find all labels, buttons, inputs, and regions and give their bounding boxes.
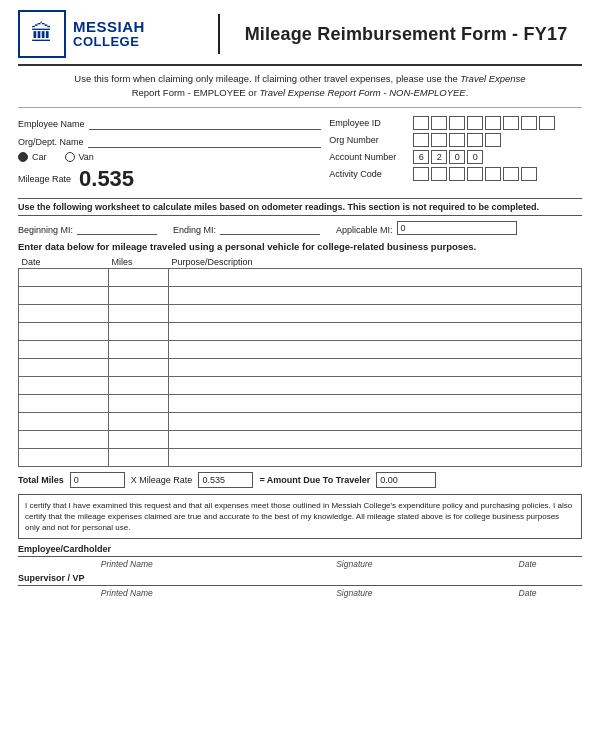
desc-cell-9[interactable] [169,430,582,448]
miles-cell-8[interactable] [109,412,169,430]
org-number-box-5[interactable] [485,133,501,147]
miles-cell-9[interactable] [109,430,169,448]
employee-name-label: Employee Name [18,119,85,130]
signature-section-0: Employee/Cardholder Printed Name Signatu… [18,544,582,569]
activity-code-box-3[interactable] [449,167,465,181]
employee-id-box-4[interactable] [467,116,483,130]
activity-code-box-1[interactable] [413,167,429,181]
desc-cell-4[interactable] [169,340,582,358]
miles-cell-3[interactable] [109,322,169,340]
employee-id-box-5[interactable] [485,116,501,130]
desc-cell-0[interactable] [169,268,582,286]
org-number-box-3[interactable] [449,133,465,147]
applicable-mi-field: Applicable MI: 0 [336,221,517,235]
desc-cell-10[interactable] [169,448,582,466]
desc-cell-7[interactable] [169,394,582,412]
miles-cell-6[interactable] [109,376,169,394]
date-cell-3[interactable] [19,322,109,340]
miles-cell-4[interactable] [109,340,169,358]
miles-cell-1[interactable] [109,286,169,304]
instructions-link2: Travel Expense Report Form - NON-EMPLOYE… [259,87,465,98]
org-dept-input[interactable] [88,134,322,148]
signature-col-1: Signature [246,588,464,598]
date-cell-4[interactable] [19,340,109,358]
desc-cell-5[interactable] [169,358,582,376]
desc-cell-6[interactable] [169,376,582,394]
employee-id-box-6[interactable] [503,116,519,130]
table-row [19,286,582,304]
applicable-mi-label: Applicable MI: [336,225,393,235]
activity-code-box-7[interactable] [521,167,537,181]
org-number-label: Org Number [329,135,409,145]
desc-cell-2[interactable] [169,304,582,322]
org-number-box-4[interactable] [467,133,483,147]
desc-cell-1[interactable] [169,286,582,304]
date-cell-7[interactable] [19,394,109,412]
applicable-mi-input[interactable]: 0 [397,221,517,235]
activity-code-box-2[interactable] [431,167,447,181]
activity-code-row: Activity Code [329,167,582,181]
col-miles-header: Miles [109,256,169,269]
employee-id-boxes [413,116,555,130]
van-label: Van [79,152,94,162]
date-cell-2[interactable] [19,304,109,322]
employee-id-box-7[interactable] [521,116,537,130]
activity-code-box-5[interactable] [485,167,501,181]
date-cell-10[interactable] [19,448,109,466]
desc-cell-8[interactable] [169,412,582,430]
employee-id-box-3[interactable] [449,116,465,130]
page: 🏛 MESSIAH COLLEGE Mileage Reimbursement … [0,0,600,730]
account-number-box-4[interactable]: 0 [467,150,483,164]
org-dept-label: Org/Dept. Name [18,137,84,148]
data-entry-heading: Enter data below for mileage traveled us… [18,241,582,252]
date-cell-9[interactable] [19,430,109,448]
ending-mi-input[interactable] [220,221,320,235]
date-cell-1[interactable] [19,286,109,304]
account-number-box-2[interactable]: 2 [431,150,447,164]
miles-cell-7[interactable] [109,394,169,412]
sig-role-0: Employee/Cardholder [18,544,582,554]
car-radio[interactable]: Car [18,152,47,162]
right-col: Employee ID Org Number [329,116,582,196]
date-cell-5[interactable] [19,358,109,376]
org-number-boxes [413,133,501,147]
account-number-box-1[interactable]: 6 [413,150,429,164]
instructions-period: . [466,87,469,98]
van-radio-circle [65,152,75,162]
date-cell-0[interactable] [19,268,109,286]
amount-due-value[interactable]: 0.00 [376,472,436,488]
instructions-line2b: or [248,87,256,98]
header: 🏛 MESSIAH COLLEGE Mileage Reimbursement … [18,10,582,66]
beginning-mi-input[interactable] [77,221,157,235]
van-radio[interactable]: Van [65,152,94,162]
mileage-rate-totals[interactable]: 0.535 [198,472,253,488]
worksheet-heading: Use the following worksheet to calculate… [18,198,582,216]
printed-name-label-0: Printed Name [18,559,236,569]
miles-cell-5[interactable] [109,358,169,376]
account-number-box-3[interactable]: 0 [449,150,465,164]
employee-id-box-2[interactable] [431,116,447,130]
total-miles-value[interactable]: 0 [70,472,125,488]
miles-cell-10[interactable] [109,448,169,466]
instructions: Use this form when claiming only mileage… [18,72,582,108]
logo-box: 🏛 [18,10,66,58]
date-cell-8[interactable] [19,412,109,430]
org-number-box-2[interactable] [431,133,447,147]
employee-name-input[interactable] [89,116,322,130]
miles-cell-0[interactable] [109,268,169,286]
col-date-header: Date [19,256,109,269]
date-cell-6[interactable] [19,376,109,394]
instructions-line1: Use this form when claiming only mileage… [74,73,457,84]
org-number-box-1[interactable] [413,133,429,147]
equals-label: = Amount Due To Traveler [259,475,370,485]
employee-id-box-1[interactable] [413,116,429,130]
miles-cell-2[interactable] [109,304,169,322]
activity-code-box-6[interactable] [503,167,519,181]
activity-code-box-4[interactable] [467,167,483,181]
account-number-row: Account Number 6 2 0 0 [329,150,582,164]
logo-area: 🏛 MESSIAH COLLEGE [18,10,208,58]
instructions-link1: Travel Expense [460,73,525,84]
desc-cell-3[interactable] [169,322,582,340]
employee-id-box-8[interactable] [539,116,555,130]
signatures-container: Employee/Cardholder Printed Name Signatu… [18,544,582,598]
